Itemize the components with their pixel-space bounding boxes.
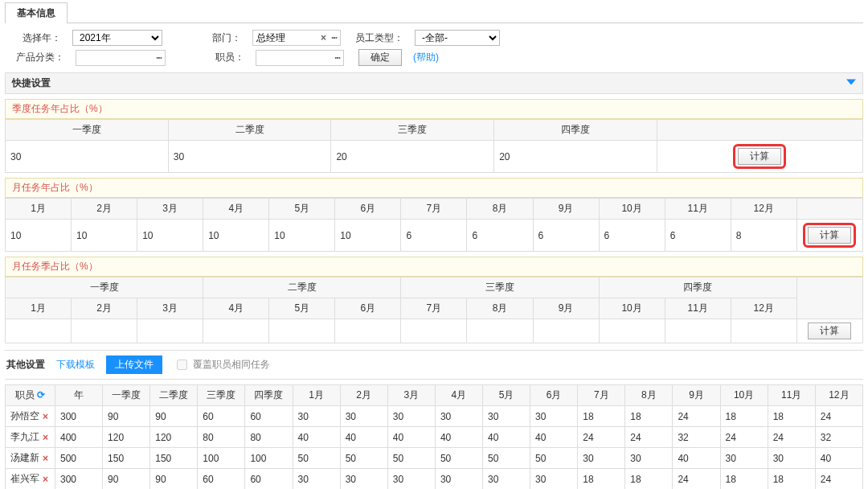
- emp-value[interactable]: 120: [103, 427, 150, 448]
- month-quarter-value[interactable]: [269, 319, 335, 343]
- q2-value[interactable]: 30: [168, 141, 331, 173]
- emp-value[interactable]: 120: [150, 427, 198, 448]
- month-year-value[interactable]: 10: [6, 220, 72, 252]
- emp-value[interactable]: 30: [530, 406, 578, 427]
- emp-value[interactable]: 60: [198, 469, 245, 490]
- emp-value[interactable]: 90: [150, 406, 198, 427]
- download-template-link[interactable]: 下载模板: [56, 358, 95, 372]
- tab-basic-info[interactable]: 基本信息: [5, 2, 68, 23]
- month-quarter-value[interactable]: [72, 319, 137, 343]
- emp-value[interactable]: 18: [578, 406, 625, 427]
- dept-lookup[interactable]: × ···: [252, 30, 341, 46]
- emp-value[interactable]: 40: [340, 427, 387, 448]
- emp-value[interactable]: 18: [578, 469, 625, 490]
- emp-value[interactable]: 60: [198, 406, 245, 427]
- calc-month-quarter-button[interactable]: 计算: [808, 323, 851, 339]
- month-year-value[interactable]: 10: [72, 220, 137, 252]
- calc-month-year-button[interactable]: 计算: [808, 227, 851, 244]
- emp-value[interactable]: 30: [530, 469, 578, 490]
- refresh-icon[interactable]: ⟳: [37, 389, 45, 401]
- category-input[interactable]: [76, 51, 153, 65]
- emp-value[interactable]: 24: [673, 406, 720, 427]
- month-quarter-value[interactable]: [203, 319, 269, 343]
- emp-value[interactable]: 30: [482, 406, 530, 427]
- emp-value[interactable]: 300: [55, 406, 103, 427]
- emp-value[interactable]: 30: [293, 406, 340, 427]
- emp-value[interactable]: 90: [150, 469, 198, 490]
- month-year-value[interactable]: 10: [335, 220, 401, 252]
- emp-value[interactable]: 24: [720, 427, 768, 448]
- emp-value[interactable]: 30: [768, 448, 815, 469]
- emp-value[interactable]: 32: [815, 427, 862, 448]
- emp-value[interactable]: 30: [720, 448, 768, 469]
- emp-value[interactable]: 40: [482, 427, 530, 448]
- emp-value[interactable]: 100: [198, 448, 245, 469]
- emp-value[interactable]: 500: [55, 448, 103, 469]
- emp-value[interactable]: 40: [673, 448, 720, 469]
- emp-value[interactable]: 90: [103, 469, 150, 490]
- month-quarter-value[interactable]: [599, 319, 665, 343]
- emp-value[interactable]: 50: [293, 448, 340, 469]
- delete-icon[interactable]: ×: [41, 432, 50, 443]
- emp-value[interactable]: 32: [673, 427, 720, 448]
- emp-value[interactable]: 40: [815, 448, 862, 469]
- emp-value[interactable]: 30: [435, 469, 482, 490]
- q3-value[interactable]: 20: [331, 141, 494, 173]
- emp-type-select[interactable]: -全部-: [415, 30, 500, 46]
- emp-value[interactable]: 18: [768, 406, 815, 427]
- emp-value[interactable]: 18: [625, 469, 673, 490]
- month-quarter-value[interactable]: [335, 319, 401, 343]
- emp-value[interactable]: 50: [340, 448, 387, 469]
- dots-icon[interactable]: ···: [153, 52, 165, 64]
- emp-value[interactable]: 60: [245, 469, 293, 490]
- month-quarter-value[interactable]: [401, 319, 467, 343]
- emp-value[interactable]: 18: [768, 469, 815, 490]
- emp-value[interactable]: 90: [103, 406, 150, 427]
- emp-value[interactable]: 80: [245, 427, 293, 448]
- emp-value[interactable]: 30: [387, 469, 435, 490]
- emp-value[interactable]: 30: [340, 406, 387, 427]
- emp-value[interactable]: 40: [435, 427, 482, 448]
- q4-value[interactable]: 20: [494, 141, 657, 173]
- delete-icon[interactable]: ×: [41, 453, 50, 464]
- q1-value[interactable]: 30: [6, 141, 169, 173]
- month-quarter-value[interactable]: [665, 319, 731, 343]
- emp-value[interactable]: 40: [530, 427, 578, 448]
- emp-value[interactable]: 24: [578, 427, 625, 448]
- upload-file-button[interactable]: 上传文件: [106, 355, 162, 374]
- emp-value[interactable]: 18: [625, 406, 673, 427]
- month-year-value[interactable]: 10: [137, 220, 203, 252]
- month-quarter-value[interactable]: [533, 319, 599, 343]
- month-year-value[interactable]: 6: [599, 220, 665, 252]
- overwrite-checkbox[interactable]: [177, 360, 187, 370]
- month-year-value[interactable]: 6: [533, 220, 599, 252]
- emp-value[interactable]: 50: [482, 448, 530, 469]
- emp-value[interactable]: 50: [435, 448, 482, 469]
- month-year-value[interactable]: 8: [731, 220, 796, 252]
- month-year-value[interactable]: 10: [269, 220, 335, 252]
- month-year-value[interactable]: 6: [665, 220, 731, 252]
- clear-icon[interactable]: ×: [319, 32, 328, 43]
- collapse-icon[interactable]: [846, 77, 856, 89]
- dots-icon[interactable]: ···: [331, 52, 343, 64]
- emp-value[interactable]: 300: [55, 469, 103, 490]
- emp-value[interactable]: 100: [245, 448, 293, 469]
- staff-input[interactable]: [256, 51, 331, 65]
- emp-value[interactable]: 40: [387, 427, 435, 448]
- emp-value[interactable]: 30: [387, 406, 435, 427]
- emp-value[interactable]: 30: [625, 448, 673, 469]
- calc-quarter-year-button[interactable]: 计算: [738, 148, 781, 165]
- month-quarter-value[interactable]: [137, 319, 203, 343]
- emp-value[interactable]: 18: [720, 406, 768, 427]
- emp-value[interactable]: 30: [340, 469, 387, 490]
- month-quarter-value[interactable]: [731, 319, 796, 343]
- emp-value[interactable]: 24: [673, 469, 720, 490]
- emp-value[interactable]: 24: [625, 427, 673, 448]
- year-select[interactable]: 2021年: [72, 30, 162, 46]
- month-year-value[interactable]: 6: [401, 220, 467, 252]
- emp-value[interactable]: 30: [435, 406, 482, 427]
- delete-icon[interactable]: ×: [41, 411, 50, 422]
- emp-value[interactable]: 30: [293, 469, 340, 490]
- emp-value[interactable]: 50: [530, 448, 578, 469]
- emp-value[interactable]: 30: [578, 448, 625, 469]
